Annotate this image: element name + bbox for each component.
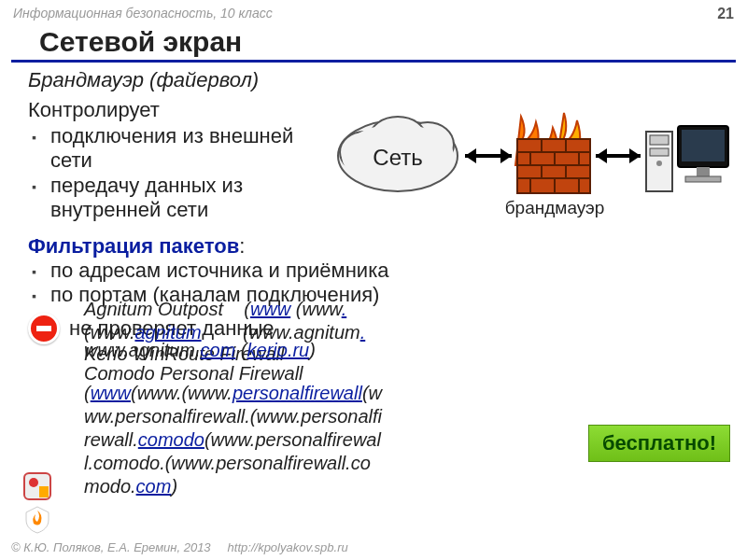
link[interactable]: .: [360, 322, 366, 343]
double-arrow-icon: [465, 148, 512, 163]
footer: © К.Ю. Поляков, Е.А. Еремин, 2013 http:/…: [11, 540, 736, 554]
list-item: подключения из внешней сети: [32, 124, 312, 174]
computer-icon: [646, 126, 728, 191]
wall-label: брандмауэр: [505, 198, 605, 217]
svg-rect-27: [650, 148, 669, 156]
list-item: передачу данных из внутренней сети: [32, 174, 312, 223]
link[interactable]: com: [201, 340, 236, 360]
cloud-icon: Сеть: [338, 117, 458, 191]
cloud-label: Сеть: [373, 145, 422, 170]
svg-rect-32: [685, 176, 721, 182]
page-number: 21: [717, 6, 734, 22]
copyright: © К.Ю. Поляков, Е.А. Еремин, 2013: [11, 540, 211, 554]
link[interactable]: comodo: [138, 429, 204, 450]
svg-rect-35: [39, 486, 49, 497]
svg-marker-7: [500, 148, 512, 163]
svg-rect-31: [697, 167, 710, 176]
svg-marker-23: [596, 148, 607, 163]
svg-marker-6: [465, 148, 476, 163]
svg-point-28: [656, 161, 662, 166]
subtitle: Брандмауэр (файервол): [28, 68, 730, 92]
firewall-diagram: Сеть: [325, 98, 736, 247]
list-item: по адресам источника и приёмника: [32, 259, 730, 283]
link[interactable]: personalfirewall: [233, 383, 362, 403]
course-label: Информационная безопасность, 10 класс: [13, 6, 273, 22]
svg-rect-26: [650, 135, 669, 145]
link[interactable]: www: [91, 383, 131, 403]
link[interactable]: www: [250, 299, 290, 319]
double-arrow-icon: [596, 148, 641, 163]
software-block: Agnitum Outpost (www (www. (www.agnitum …: [28, 322, 607, 532]
svg-point-34: [29, 478, 38, 487]
app-icon: [22, 471, 52, 501]
link[interactable]: com: [136, 476, 172, 497]
top-bar: Информационная безопасность, 10 класс 21: [0, 0, 747, 22]
footer-link[interactable]: http://kpolyakov.spb.ru: [228, 540, 348, 554]
link[interactable]: kerio.ru: [247, 340, 310, 360]
free-badge: бесплатно!: [588, 425, 730, 462]
page-title: Сетевой экран: [11, 22, 736, 63]
brick-wall-icon: [517, 139, 590, 193]
svg-marker-24: [629, 148, 641, 163]
link[interactable]: .: [342, 299, 347, 319]
shield-fire-icon: [22, 505, 52, 535]
svg-rect-30: [682, 130, 725, 161]
controls-list: подключения из внешней сети передачу дан…: [32, 124, 312, 223]
